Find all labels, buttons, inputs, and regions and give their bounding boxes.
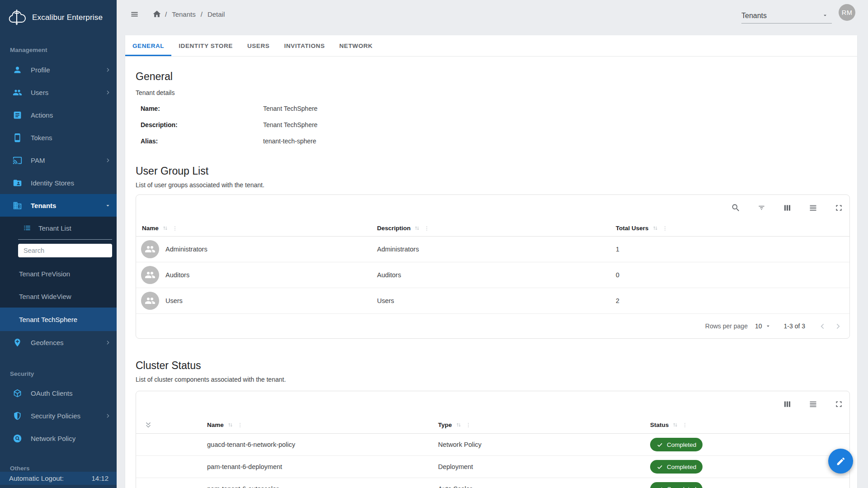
sidebar-item-security-policies[interactable]: Security Policies	[0, 404, 117, 427]
context-select[interactable]: Tenants	[741, 6, 832, 24]
automatic-logout-label: Automatic Logout:	[9, 474, 64, 482]
search-icon[interactable]	[730, 202, 741, 213]
filter-icon[interactable]	[756, 202, 767, 213]
sidebar-item-profile[interactable]: Profile	[0, 58, 117, 81]
cluster-status-subtitle: List of cluster components associated wi…	[136, 375, 857, 384]
sort-icon[interactable]	[227, 422, 234, 428]
column-menu-icon[interactable]	[662, 225, 668, 232]
list-icon	[23, 223, 32, 232]
sort-icon[interactable]	[414, 225, 420, 232]
columns-icon[interactable]	[782, 202, 793, 213]
sidebar-item-oauth-clients[interactable]: OAuth Clients	[0, 382, 117, 404]
sidebar-item-tenant-list[interactable]: Tenant List	[0, 217, 117, 239]
component-name: pam-tenant-6-deployment	[199, 463, 438, 470]
group-total-users: 0	[616, 271, 849, 279]
density-icon[interactable]	[807, 202, 818, 213]
caret-down-icon[interactable]	[765, 323, 771, 329]
column-menu-icon[interactable]	[424, 225, 430, 232]
density-icon[interactable]	[807, 398, 818, 409]
pencil-icon	[836, 456, 846, 466]
column-header-type[interactable]: Type	[438, 422, 642, 428]
status-badge: Completed	[650, 438, 703, 451]
tab-users[interactable]: USERS	[240, 35, 277, 56]
sidebar-item-tenant-prevision[interactable]: Tenant PreVision	[0, 262, 117, 285]
fullscreen-icon[interactable]	[833, 202, 844, 213]
field-row-description: Description: Tenant TechSphere	[141, 117, 857, 133]
component-type: Auto Scaler	[438, 485, 642, 488]
table-row[interactable]: guacd-tenant-6-network-policy Network Po…	[136, 434, 849, 456]
article-icon	[13, 110, 22, 120]
group-name: Administrators	[165, 246, 208, 253]
edit-fab-button[interactable]	[828, 449, 853, 474]
general-section-subtitle: Tenant details	[136, 89, 857, 97]
column-header-name[interactable]: Name	[199, 422, 438, 428]
sort-icon[interactable]	[652, 225, 659, 232]
field-value: Tenant TechSphere	[263, 121, 317, 128]
previous-page-button[interactable]	[817, 321, 828, 332]
app-logo: Excalibur Enterprise	[0, 0, 117, 35]
table-row[interactable]: pam-tenant-6-autoscaler Auto Scaler Comp…	[136, 478, 849, 488]
column-menu-icon[interactable]	[237, 422, 243, 428]
section-label-others: Others	[0, 465, 117, 472]
app-title: Excalibur Enterprise	[32, 13, 103, 22]
tenants-submenu: Tenant List Tenant PreVision Tenant Wide…	[0, 217, 117, 331]
next-page-button[interactable]	[832, 321, 843, 332]
user-avatar[interactable]: RM	[839, 4, 855, 21]
sort-icon[interactable]	[672, 422, 679, 428]
rows-per-page-value[interactable]: 10	[755, 322, 762, 330]
sidebar-item-tokens[interactable]: Tokens	[0, 126, 117, 149]
table-row[interactable]: pam-tenant-6-deployment Deployment Compl…	[136, 456, 849, 478]
expand-all-icon[interactable]	[144, 421, 152, 429]
column-menu-icon[interactable]	[682, 422, 688, 428]
sidebar-item-geofences[interactable]: Geofences	[0, 331, 117, 354]
sort-icon[interactable]	[162, 225, 169, 232]
check-icon	[656, 486, 663, 488]
chevron-right-icon	[105, 340, 111, 346]
breadcrumb-item-tenants[interactable]: Tenants	[172, 10, 196, 18]
table-row[interactable]: Auditors Auditors 0	[136, 262, 849, 288]
context-select-value: Tenants	[741, 12, 767, 20]
tab-invitations[interactable]: INVITATIONS	[277, 35, 332, 56]
column-header-total-users[interactable]: Total Users	[616, 225, 849, 232]
column-header-name[interactable]: Name	[136, 225, 377, 232]
fullscreen-icon[interactable]	[833, 398, 844, 409]
smartphone-icon	[13, 133, 22, 142]
sidebar-item-tenant-techsphere[interactable]: Tenant TechSphere	[0, 308, 117, 331]
column-header-description[interactable]: Description	[377, 225, 616, 232]
component-type: Network Policy	[438, 441, 642, 448]
status-badge: Completed	[650, 482, 703, 488]
table-row[interactable]: Users Users 2	[136, 288, 849, 314]
breadcrumb: / Tenants / Detail	[165, 10, 225, 18]
table-row[interactable]: Administrators Administrators 1	[136, 237, 849, 262]
people-icon	[145, 295, 156, 306]
menu-icon[interactable]	[130, 10, 139, 19]
status-badge: Completed	[650, 460, 703, 474]
sidebar-item-identity-stores[interactable]: Identity Stores	[0, 171, 117, 194]
columns-icon[interactable]	[782, 398, 793, 409]
tenant-details: Name: Tenant TechSphere Description: Ten…	[136, 100, 857, 149]
tab-network[interactable]: NETWORK	[332, 35, 380, 56]
sidebar-item-tenant-wideview[interactable]: Tenant WideView	[0, 285, 117, 308]
top-bar: / Tenants / Detail Tenants RM	[117, 0, 868, 35]
check-icon	[656, 464, 663, 470]
group-description: Administrators	[377, 246, 616, 253]
cube-icon	[13, 389, 22, 398]
cluster-table-header: Name Type Status	[136, 417, 849, 434]
column-header-status[interactable]: Status	[642, 422, 849, 428]
tenant-search-input[interactable]	[18, 244, 112, 257]
column-menu-icon[interactable]	[465, 422, 472, 428]
sidebar-item-actions[interactable]: Actions	[0, 104, 117, 126]
sidebar-item-network-policy[interactable]: Network Policy	[0, 427, 117, 450]
tab-identity-store[interactable]: IDENTITY STORE	[171, 35, 240, 56]
sidebar-item-pam[interactable]: PAM	[0, 149, 117, 171]
group-name: Users	[165, 297, 183, 304]
user-group-table-card: Name Description Total Users	[136, 194, 850, 339]
sidebar-item-tenants[interactable]: Tenants	[0, 194, 117, 217]
sidebar-item-users[interactable]: Users	[0, 81, 117, 104]
home-icon[interactable]	[152, 9, 161, 19]
column-menu-icon[interactable]	[172, 225, 178, 232]
section-label-security: Security	[0, 370, 117, 377]
breadcrumb-item-detail[interactable]: Detail	[208, 10, 225, 18]
tab-general[interactable]: GENERAL	[125, 35, 171, 56]
sort-icon[interactable]	[455, 422, 462, 428]
